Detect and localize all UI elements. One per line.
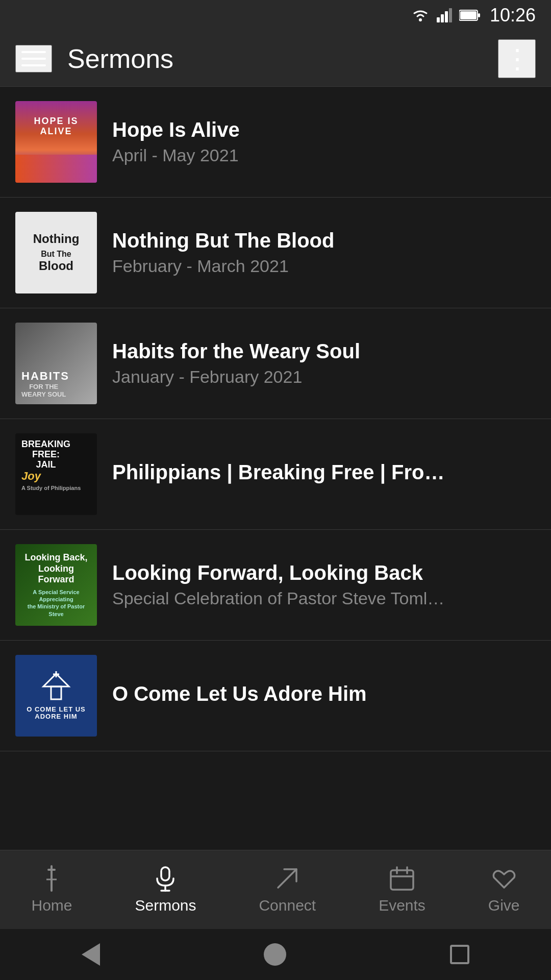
sermon-title: Philippians | Breaking Free | Fro…: [112, 461, 520, 484]
sermon-thumbnail: Looking Back,Looking Forward A Special S…: [15, 544, 97, 626]
nav-label-home: Home: [31, 897, 72, 914]
sermon-subtitle: Special Celebration of Pastor Steve Toml…: [112, 589, 520, 608]
sermon-title: O Come Let Us Adore Him: [112, 682, 520, 705]
nav-label-events: Events: [379, 897, 425, 914]
svg-rect-7: [478, 13, 480, 17]
thumb-bottom-bar: [15, 155, 97, 183]
back-button[interactable]: [82, 943, 100, 966]
sermon-item[interactable]: BREAKINGFREE:JAIL Joy A Study of Philipp…: [0, 419, 551, 530]
hamburger-menu-button[interactable]: [15, 45, 52, 72]
sermon-title: Nothing But The Blood: [112, 229, 520, 252]
sermon-info: Habits for the Weary Soul January - Febr…: [112, 340, 536, 387]
nav-label-sermons: Sermons: [135, 897, 196, 914]
calendar-icon: [389, 865, 415, 892]
nav-item-connect[interactable]: Connect: [248, 860, 326, 919]
thumbnail-subtext: A Study of Philippians: [21, 485, 81, 491]
sermon-info: Philippians | Breaking Free | Fro…: [112, 461, 536, 488]
sermon-item[interactable]: HABITS FOR THEWEARY SOUL Habits for the …: [0, 308, 551, 419]
home-icon: [38, 865, 65, 892]
sermon-info: Nothing But The Blood February - March 2…: [112, 229, 536, 276]
back-icon: [82, 943, 100, 966]
page-title: Sermons: [67, 43, 498, 74]
nav-item-give[interactable]: Give: [478, 860, 530, 919]
sermon-list: HOPE ISALIVE Hope Is Alive April - May 2…: [0, 87, 551, 751]
status-time: 10:26: [490, 5, 536, 26]
nav-label-give: Give: [488, 897, 520, 914]
svg-rect-15: [161, 867, 169, 880]
sermon-subtitle: January - February 2021: [112, 367, 520, 387]
hamburger-line-1: [21, 51, 46, 53]
battery-icon: [459, 9, 481, 21]
sermon-item[interactable]: O COME LET USADORE HIM O Come Let Us Ado…: [0, 641, 551, 751]
sermon-title: Hope Is Alive: [112, 118, 520, 141]
sermon-title: Habits for the Weary Soul: [112, 340, 520, 363]
microphone-icon: [152, 865, 179, 892]
recents-icon: [450, 945, 469, 964]
svg-rect-3: [445, 11, 448, 22]
svg-rect-19: [391, 870, 413, 890]
android-navigation-bar: [0, 929, 551, 980]
church-icon: [41, 671, 71, 702]
thumbnail-accent: Joy: [21, 470, 41, 483]
svg-rect-4: [449, 8, 452, 22]
home-icon: [264, 943, 286, 966]
signal-icon: [437, 8, 452, 22]
heart-icon: [491, 865, 517, 892]
hamburger-line-3: [21, 64, 46, 66]
sermon-subtitle: April - May 2021: [112, 145, 520, 165]
more-options-button[interactable]: ⋮: [498, 39, 536, 78]
sermon-item[interactable]: Nothingbut theBlood Nothing But The Bloo…: [0, 198, 551, 308]
nav-item-home[interactable]: Home: [21, 860, 82, 919]
thumbnail-text: HABITS: [21, 370, 69, 382]
bottom-navigation: Home Sermons Connect Events Give: [0, 850, 551, 929]
wifi-icon: [411, 8, 430, 22]
sermon-thumbnail: O COME LET USADORE HIM: [15, 655, 97, 737]
thumbnail-subtext: A Special Service Appreciatingthe Minist…: [21, 589, 91, 618]
recents-button[interactable]: [450, 945, 469, 964]
thumbnail-text: O COME LET USADORE HIM: [27, 706, 86, 721]
sermon-item[interactable]: HOPE ISALIVE Hope Is Alive April - May 2…: [0, 87, 551, 198]
sermon-info: O Come Let Us Adore Him: [112, 682, 536, 709]
sermon-thumbnail: HOPE ISALIVE: [15, 101, 97, 183]
status-bar: 10:26: [0, 0, 551, 31]
sermon-thumbnail: BREAKINGFREE:JAIL Joy A Study of Philipp…: [15, 433, 97, 515]
more-options-icon: ⋮: [504, 45, 530, 72]
sermon-thumbnail: Nothingbut theBlood: [15, 212, 97, 293]
nav-item-events[interactable]: Events: [368, 860, 436, 919]
hamburger-line-2: [21, 58, 46, 60]
sermon-title: Looking Forward, Looking Back: [112, 561, 520, 584]
connect-icon: [274, 865, 300, 892]
thumbnail-subtext: FOR THEWEARY SOUL: [21, 383, 66, 398]
sermon-info: Hope Is Alive April - May 2021: [112, 118, 536, 165]
app-bar: Sermons ⋮: [0, 31, 551, 87]
thumbnail-text: BREAKINGFREE:JAIL: [21, 439, 70, 470]
svg-rect-6: [460, 11, 477, 19]
status-icons: [411, 8, 481, 22]
sermon-info: Looking Forward, Looking Back Special Ce…: [112, 561, 536, 608]
sermon-subtitle: February - March 2021: [112, 256, 520, 276]
nav-label-connect: Connect: [259, 897, 316, 914]
svg-line-18: [278, 869, 296, 888]
thumbnail-text: Looking Back,Looking Forward: [21, 552, 91, 585]
sermon-thumbnail: HABITS FOR THEWEARY SOUL: [15, 323, 97, 404]
home-button[interactable]: [264, 943, 286, 966]
nav-item-sermons[interactable]: Sermons: [124, 860, 206, 919]
svg-point-0: [419, 18, 422, 21]
svg-rect-1: [437, 17, 440, 22]
thumbnail-text: HOPE ISALIVE: [34, 116, 78, 137]
sermon-item[interactable]: Looking Back,Looking Forward A Special S…: [0, 530, 551, 641]
svg-rect-2: [441, 14, 444, 22]
svg-rect-8: [51, 687, 61, 699]
thumbnail-text: Nothingbut theBlood: [33, 232, 80, 273]
